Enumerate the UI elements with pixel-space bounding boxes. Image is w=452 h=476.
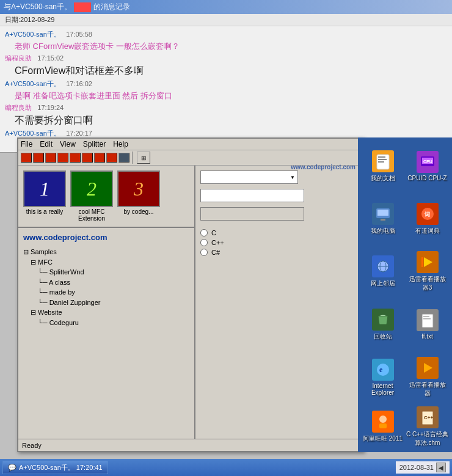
chat-date-bar: 日期:2012-08-29 — [0, 14, 452, 26]
left-panel: 1 this is a really 2 cool MFC Extension … — [18, 166, 195, 444]
toolbar-btn-3[interactable] — [45, 153, 56, 163]
menu-file[interactable]: File — [21, 140, 32, 148]
right-panel: ▼ C C++ C# — [195, 166, 363, 444]
chat-title-suffix: 的消息记录 — [93, 2, 130, 12]
tree-expand-icon[interactable]: ⊟ — [31, 258, 36, 266]
tree-item-codeguru: └─ Codeguru — [31, 318, 189, 328]
date-button[interactable]: ◀ — [436, 463, 446, 472]
toolbar-btn-8[interactable] — [106, 153, 117, 163]
message-row: 编程良助 17:19:24 — [5, 103, 447, 112]
radio-cpp-indicator — [200, 239, 208, 246]
thumb-img-1: 1 — [23, 170, 66, 207]
dropdown-arrow-icon: ▼ — [290, 175, 295, 180]
desktop-icon-7[interactable]: ff.txt — [405, 298, 450, 351]
radio-item-cs[interactable]: C# — [200, 249, 358, 256]
thumb-label-2: cool MFC Extension — [70, 208, 114, 222]
svg-text:词: 词 — [425, 211, 430, 218]
tree-line: └─ — [38, 268, 48, 276]
msg-content: 是啊 准备吧选项卡嵌套进里面 然后 拆分窗口 — [5, 90, 447, 102]
menu-splitter[interactable]: Splitter — [83, 140, 106, 148]
toolbar-btn-9[interactable] — [118, 153, 129, 163]
msg-content: CFormView和对话框差不多啊 — [5, 64, 447, 78]
tree-expand-icon[interactable]: ⊟ — [31, 309, 36, 316]
toolbar-btn-2[interactable] — [33, 153, 44, 163]
icon-img-9 — [417, 357, 439, 379]
tree-view[interactable]: ⊟ Samples ⊟ MFC └─ SplitterWnd └─ A clas… — [23, 247, 189, 328]
thumbnail-3[interactable]: 3 by codeg... — [117, 170, 160, 222]
tree-item-aclass: └─ A class — [31, 277, 189, 288]
tree-line: └─ — [38, 319, 48, 326]
desktop-icon-label-9: 迅雷看看播放器 — [406, 381, 448, 398]
toolbar-btn-1[interactable] — [21, 153, 32, 163]
toolbar-btn-5[interactable] — [70, 153, 81, 163]
codeproject-watermark: www.codeproject.com — [291, 164, 355, 170]
tree-item-madeby: └─ made by — [31, 287, 189, 298]
icon-img-10 — [372, 411, 394, 433]
tree-expand-icon[interactable]: ⊟ — [23, 248, 29, 255]
svg-rect-2 — [378, 159, 387, 160]
radio-item-c[interactable]: C — [200, 229, 358, 236]
thumbnail-1[interactable]: 1 this is a really — [23, 170, 66, 222]
icon-img-7 — [417, 309, 439, 331]
dropdown-select[interactable]: ▼ — [200, 170, 298, 184]
desktop-icon-5[interactable]: 迅雷看看播放器3 — [405, 246, 450, 298]
menu-help[interactable]: Help — [113, 140, 128, 148]
toolbar-icon-1[interactable]: ⊞ — [137, 152, 150, 164]
desktop-icon-label-10: 阿里旺旺 2011 — [363, 434, 403, 443]
desktop-icon-0[interactable]: 我的文档 — [360, 140, 405, 192]
toolbar-btn-7[interactable] — [94, 153, 105, 163]
desktop-icon-label-1: CPUID CPU-Z — [407, 175, 447, 181]
menu-edit[interactable]: Edit — [40, 140, 53, 148]
thumbnail-area: 1 this is a really 2 cool MFC Extension … — [18, 166, 194, 228]
chat-title-prefix: 与A+VC500-san千。 — [4, 2, 71, 12]
svg-rect-19 — [423, 318, 431, 320]
icon-img-5 — [417, 251, 439, 273]
desktop-icon-label-5: 迅雷看看播放器3 — [406, 275, 448, 292]
radio-item-cpp[interactable]: C++ — [200, 239, 358, 246]
tree-item-splitterwnd: └─ SplitterWnd — [31, 267, 189, 277]
svg-rect-18 — [423, 316, 429, 317]
taskbar-button[interactable]: 💬 A+VC500-san千。 17:20:41 — [2, 461, 108, 474]
desktop-icon-4[interactable]: 网上邻居 — [360, 246, 405, 298]
taskbar: 💬 A+VC500-san千。 17:20:41 2012-08-31 ◀ — [0, 459, 452, 476]
date-display: 2012-08-31 ◀ — [396, 461, 450, 474]
msg-time: 17:05:58 — [66, 31, 92, 38]
chat-title-highlight — [74, 2, 91, 12]
tree-item-mfc: ⊟ MFC └─ SplitterWnd └─ A class └─ made … — [23, 257, 189, 308]
desktop-icon-3[interactable]: 词 有道词典 — [405, 192, 450, 245]
icon-img-0 — [372, 150, 394, 172]
svg-marker-22 — [424, 363, 432, 373]
radio-cs-indicator — [200, 249, 208, 256]
msg-time: 17:19:24 — [37, 104, 64, 111]
tree-root: ⊟ Samples — [23, 247, 189, 257]
input-field-1[interactable] — [200, 189, 304, 202]
svg-point-20 — [377, 364, 389, 376]
desktop-icon-label-2: 我的电脑 — [371, 227, 395, 235]
desktop-icon-6[interactable]: 回收站 — [360, 298, 405, 351]
desktop-icon-label-6: 回收站 — [374, 332, 392, 341]
chat-window: 与A+VC500-san千。 的消息记录 日期:2012-08-29 A+VC5… — [0, 0, 452, 153]
thumbnail-2[interactable]: 2 cool MFC Extension — [70, 170, 114, 222]
toolbar-btn-4[interactable] — [57, 153, 68, 163]
menu-view[interactable]: View — [60, 140, 76, 148]
msg-sender: 编程良助 — [5, 104, 32, 111]
toolbar-btn-6[interactable] — [82, 153, 93, 163]
icon-img-3: 词 — [417, 203, 439, 225]
icon-img-2 — [372, 203, 394, 225]
svg-text:C++: C++ — [424, 415, 433, 420]
desktop-icon-11[interactable]: C++ C C++语言经典算法.chm — [405, 404, 450, 450]
status-text: Ready — [22, 442, 42, 449]
left-content-area: www.codeproject.com ⊟ Samples ⊟ MFC └─ S… — [18, 228, 194, 444]
desktop-icon-8[interactable]: e Internet Explorer — [360, 351, 405, 404]
input-field-2[interactable] — [200, 207, 304, 221]
desktop-icon-10[interactable]: 阿里旺旺 2011 — [360, 404, 405, 450]
svg-rect-16 — [421, 257, 423, 267]
desktop-icon-2[interactable]: 我的电脑 — [360, 192, 405, 245]
desktop-icon-1[interactable]: CPU CPUID CPU-Z — [405, 140, 450, 192]
tree-line: └─ — [38, 288, 48, 296]
desktop-area: 我的文档 CPU CPUID CPU-Z 我的电脑 词 有道词典 网上邻居 迅雷… — [358, 137, 452, 452]
desktop-icon-9[interactable]: 迅雷看看播放器 — [405, 351, 450, 404]
website-text: www.codeproject.com — [23, 233, 189, 242]
msg-time: 17:16:02 — [66, 80, 92, 87]
msg-time: 17:20:17 — [66, 130, 92, 137]
